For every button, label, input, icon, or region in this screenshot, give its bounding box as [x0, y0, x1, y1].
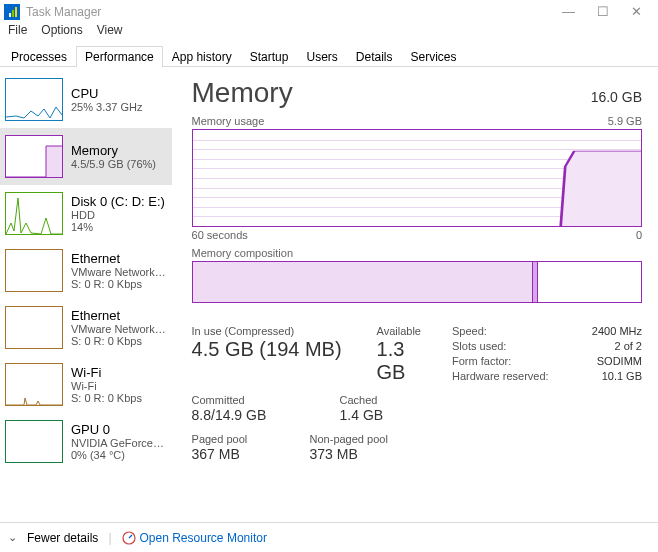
fewer-details-button[interactable]: Fewer details	[27, 531, 98, 545]
sidebar[interactable]: CPU 25% 3.37 GHz Memory 4.5/5.9 GB (76%)…	[0, 67, 172, 522]
composition-label: Memory composition	[192, 247, 642, 259]
tab-services[interactable]: Services	[402, 46, 466, 67]
capacity-label: 16.0 GB	[591, 89, 642, 105]
tab-users[interactable]: Users	[297, 46, 346, 67]
committed-value: 8.8/14.9 GB	[192, 407, 312, 423]
tab-details[interactable]: Details	[347, 46, 402, 67]
app-icon	[4, 4, 20, 20]
maximize-button[interactable]: ☐	[597, 4, 609, 19]
sidebar-item-label: GPU 0	[71, 422, 167, 437]
tab-app-history[interactable]: App history	[163, 46, 241, 67]
menu-file[interactable]: File	[8, 23, 27, 43]
footer: ⌄ Fewer details | Open Resource Monitor	[0, 522, 658, 552]
memory-usage-chart[interactable]	[192, 129, 642, 227]
window-title: Task Manager	[26, 5, 562, 19]
sidebar-item-memory[interactable]: Memory 4.5/5.9 GB (76%)	[0, 128, 172, 185]
sidebar-item-label: CPU	[71, 86, 143, 101]
sidebar-item-label: Wi-Fi	[71, 365, 142, 380]
gpu-thumb-icon	[5, 420, 63, 463]
menu-view[interactable]: View	[97, 23, 123, 43]
page-title: Memory	[192, 77, 293, 109]
wifi-thumb-icon	[5, 363, 63, 406]
memory-thumb-icon	[5, 135, 63, 178]
nonpaged-value: 373 MB	[310, 446, 388, 462]
cached-value: 1.4 GB	[340, 407, 384, 423]
menubar: File Options View	[0, 23, 658, 43]
cached-label: Cached	[340, 394, 384, 406]
tab-startup[interactable]: Startup	[241, 46, 298, 67]
sidebar-item-gpu0[interactable]: GPU 0 NVIDIA GeForce G... 0% (34 °C)	[0, 413, 172, 470]
cpu-thumb-icon	[5, 78, 63, 121]
sidebar-item-ethernet-2[interactable]: Ethernet VMware Network Ad S: 0 R: 0 Kbp…	[0, 299, 172, 356]
usage-chart-max: 5.9 GB	[608, 115, 642, 127]
available-label: Available	[377, 325, 434, 337]
svg-line-4	[129, 535, 132, 538]
memory-composition-chart[interactable]	[192, 261, 642, 303]
sidebar-item-ethernet-1[interactable]: Ethernet VMware Network Ad S: 0 R: 0 Kbp…	[0, 242, 172, 299]
sidebar-item-label: Memory	[71, 143, 156, 158]
svg-rect-1	[12, 10, 14, 17]
menu-options[interactable]: Options	[41, 23, 82, 43]
axis-left: 60 seconds	[192, 229, 248, 241]
minimize-button[interactable]: —	[562, 4, 575, 19]
sidebar-item-disk0[interactable]: Disk 0 (C: D: E:) HDD 14%	[0, 185, 172, 242]
ethernet-thumb-icon	[5, 249, 63, 292]
sidebar-item-label: Ethernet	[71, 308, 167, 323]
usage-chart-label: Memory usage	[192, 115, 265, 127]
nonpaged-label: Non-paged pool	[310, 433, 388, 445]
available-value: 1.3 GB	[377, 338, 434, 384]
chevron-down-icon[interactable]: ⌄	[8, 531, 17, 544]
sidebar-item-cpu[interactable]: CPU 25% 3.37 GHz	[0, 71, 172, 128]
sidebar-item-wifi[interactable]: Wi-Fi Wi-Fi S: 0 R: 0 Kbps	[0, 356, 172, 413]
titlebar: Task Manager — ☐ ✕	[0, 0, 658, 23]
sidebar-item-label: Ethernet	[71, 251, 167, 266]
disk-thumb-icon	[5, 192, 63, 235]
svg-rect-2	[15, 7, 17, 17]
ethernet-thumb-icon	[5, 306, 63, 349]
paged-value: 367 MB	[192, 446, 282, 462]
axis-right: 0	[636, 229, 642, 241]
main-panel: Memory 16.0 GB Memory usage 5.9 GB 60 se…	[172, 67, 658, 522]
svg-rect-0	[9, 13, 11, 17]
tabs: Processes Performance App history Startu…	[0, 45, 658, 67]
inuse-label: In use (Compressed)	[192, 325, 349, 337]
sidebar-item-label: Disk 0 (C: D: E:)	[71, 194, 165, 209]
paged-label: Paged pool	[192, 433, 282, 445]
tab-processes[interactable]: Processes	[2, 46, 76, 67]
tab-performance[interactable]: Performance	[76, 46, 163, 67]
close-button[interactable]: ✕	[631, 4, 642, 19]
open-resource-monitor-link[interactable]: Open Resource Monitor	[122, 531, 267, 545]
resource-monitor-icon	[122, 531, 136, 545]
memory-specs: Speed:2400 MHz Slots used:2 of 2 Form fa…	[452, 325, 642, 472]
committed-label: Committed	[192, 394, 312, 406]
inuse-value: 4.5 GB (194 MB)	[192, 338, 349, 361]
